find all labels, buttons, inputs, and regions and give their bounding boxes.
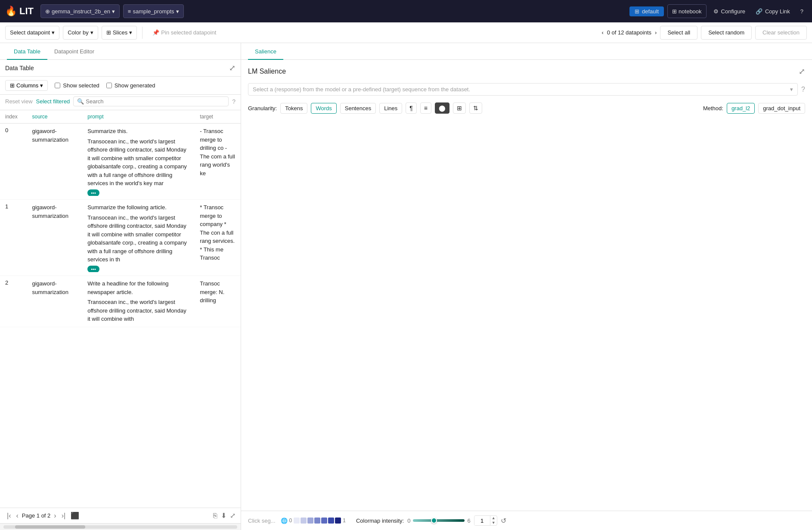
more-button[interactable]: ••• <box>87 189 99 196</box>
copy-link-button[interactable]: 🔗 Copy Link <box>752 6 793 16</box>
salience-select[interactable]: Select a (response) from the model or a … <box>248 83 798 96</box>
table-row[interactable]: 2 gigaword-summarization Write a headlin… <box>0 276 241 327</box>
gran-tokens-button[interactable]: Tokens <box>280 103 307 114</box>
clear-selection-button[interactable]: Clear selection <box>755 26 807 40</box>
search-input[interactable] <box>86 98 225 105</box>
select-all-button[interactable]: Select all <box>660 26 697 40</box>
copy-link-label: Copy Link <box>765 8 790 15</box>
export-button[interactable]: ⬛ <box>69 511 81 521</box>
page-info: Page 1 of 2 <box>22 512 51 519</box>
select-filtered-button[interactable]: Select filtered <box>36 98 70 105</box>
gran-circle-button[interactable]: ⬤ <box>435 102 449 114</box>
gran-lines-button[interactable]: Lines <box>379 103 402 114</box>
show-selected-input[interactable] <box>55 83 60 88</box>
horiz-scroll-bar <box>3 525 237 529</box>
cell-index: 0 <box>0 124 27 200</box>
select-random-button[interactable]: Select random <box>701 26 752 40</box>
swatch-5 <box>321 518 327 524</box>
col-header-prompt[interactable]: prompt <box>82 110 195 124</box>
configure-button[interactable]: ⚙ Configure <box>710 6 749 16</box>
tab-datapoint-editor[interactable]: Datapoint Editor <box>47 43 101 60</box>
gran-sort-button[interactable]: ⇅ <box>469 102 482 114</box>
show-generated-checkbox[interactable]: Show generated <box>106 82 155 89</box>
salience-expand-icon[interactable]: ⤢ <box>799 67 805 76</box>
clear-selection-label: Clear selection <box>762 29 800 36</box>
prev-page-button[interactable]: ‹ <box>14 511 20 521</box>
salience-panel: LM Salience ⤢ Select a (response) from t… <box>241 60 812 511</box>
swatch-3 <box>307 518 313 524</box>
table-container[interactable]: index source prompt target 0 <box>0 110 241 508</box>
col-header-source[interactable]: source <box>27 110 83 124</box>
pin-button[interactable]: 📌 Pin selected datapoint <box>148 26 221 40</box>
gear-icon: ⚙ <box>713 8 719 15</box>
next-arrow[interactable]: › <box>655 29 657 36</box>
swatch-7 <box>335 518 341 524</box>
prev-arrow[interactable]: ‹ <box>601 29 603 36</box>
gran-list-button[interactable]: ≡ <box>420 102 431 114</box>
col-header-index[interactable]: index <box>0 110 27 124</box>
cell-prompt: Write a headline for the following newsp… <box>82 276 195 327</box>
checkbox-group: Show selected Show generated <box>55 82 155 89</box>
table-row[interactable]: 1 gigaword-summarization Summarize the f… <box>0 200 241 276</box>
table-row[interactable]: 0 gigaword-summarization Summarize this.… <box>0 124 241 200</box>
search-help-icon[interactable]: ? <box>232 98 236 105</box>
salience-help-icon[interactable]: ? <box>801 86 805 93</box>
download-button[interactable]: ⬇ <box>221 511 226 520</box>
notebook-label: notebook <box>679 8 702 15</box>
color-by-button[interactable]: Color by ▾ <box>63 26 98 40</box>
click-seg-label: Click seg... <box>248 518 276 524</box>
last-page-button[interactable]: ›| <box>60 511 67 521</box>
cell-target: * Transoc merge to company * The con a f… <box>195 200 241 276</box>
cell-prompt: Summarize the following article. Transoc… <box>82 200 195 276</box>
tab-data-table[interactable]: Data Table <box>7 43 47 60</box>
show-selected-checkbox[interactable]: Show selected <box>55 82 99 89</box>
copy-button[interactable]: ⎘ <box>213 511 217 520</box>
method-grad-l2-button[interactable]: grad_l2 <box>727 103 755 114</box>
salience-globe-icon: 🌐 <box>281 518 288 524</box>
default-button[interactable]: ⊞ default <box>629 6 664 16</box>
data-table-panel: Data Table ⤢ ⊞ Columns ▾ Show selected <box>0 60 241 530</box>
grid-icon: ⊞ <box>635 8 639 15</box>
swatch-4 <box>314 518 320 524</box>
notebook-button[interactable]: ⊞ notebook <box>667 4 707 18</box>
columns-button[interactable]: ⊞ Columns ▾ <box>5 80 48 91</box>
next-page-button[interactable]: › <box>52 511 58 521</box>
slices-button[interactable]: ⊞ Slices ▾ <box>102 26 137 40</box>
link-icon: 🔗 <box>756 8 762 15</box>
horiz-scroll[interactable] <box>0 523 241 530</box>
slider-track[interactable] <box>413 519 465 522</box>
top-nav: 🔥 LIT ⊕ gemma_instruct_2b_en ▾ ≡ sample_… <box>0 0 812 22</box>
colormap-min-val: 0 <box>407 518 410 524</box>
spinner-down-button[interactable]: ▼ <box>490 521 497 525</box>
first-page-button[interactable]: |‹ <box>5 511 12 521</box>
spinner-up-button[interactable]: ▲ <box>490 516 497 521</box>
select-datapoint-button[interactable]: Select datapoint ▾ <box>5 26 59 40</box>
expand-icon[interactable]: ⤢ <box>229 63 236 73</box>
show-generated-input[interactable] <box>106 83 112 88</box>
model-dropdown[interactable]: ⊕ gemma_instruct_2b_en ▾ <box>40 4 120 18</box>
method-grad-dot-input-button[interactable]: grad_dot_input <box>758 103 805 114</box>
app-logo: LIT <box>19 6 34 17</box>
scroll-button[interactable]: ⤢ <box>230 511 236 520</box>
toolbar: Select datapoint ▾ Color by ▾ ⊞ Slices ▾… <box>0 22 812 43</box>
select-random-label: Select random <box>708 29 744 36</box>
method-group: Method: grad_l2 grad_dot_input <box>703 103 805 114</box>
col-header-target[interactable]: target <box>195 110 241 124</box>
slider-thumb[interactable] <box>431 518 437 524</box>
chevron-down-icon: ▾ <box>129 29 132 36</box>
refresh-button[interactable]: ↺ <box>501 517 506 525</box>
reset-view-button[interactable]: Reset view <box>5 98 33 105</box>
gran-grid-button[interactable]: ⊞ <box>453 102 466 114</box>
data-table-controls: ⊞ Columns ▾ Show selected Show generated <box>0 77 241 95</box>
gran-words-button[interactable]: Words <box>311 103 336 114</box>
dataset-dropdown[interactable]: ≡ sample_prompts ▾ <box>123 4 184 18</box>
cell-source: gigaword-summarization <box>27 124 83 200</box>
help-button[interactable]: ? <box>797 6 807 16</box>
more-button[interactable]: ••• <box>87 266 99 273</box>
right-panel: Salience LM Salience ⤢ Select a (respons… <box>241 43 812 530</box>
cell-prompt: Summarize this. Transocean inc., the wor… <box>82 124 195 200</box>
gran-sentences-button[interactable]: Sentences <box>340 103 376 114</box>
gran-pilcrow-button[interactable]: ¶ <box>406 102 417 114</box>
tab-salience[interactable]: Salience <box>248 43 283 60</box>
colormap-value-input[interactable] <box>474 516 490 525</box>
